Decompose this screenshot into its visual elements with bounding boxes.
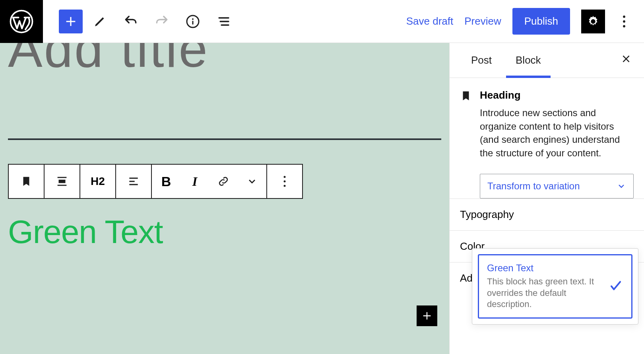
svg-point-9 — [284, 185, 286, 187]
svg-rect-6 — [59, 180, 66, 183]
settings-button[interactable] — [581, 10, 605, 33]
close-icon — [621, 54, 631, 64]
text-align-left-icon — [127, 175, 140, 188]
variation-text: Green Text This block has green text. It… — [487, 263, 602, 310]
save-draft-button[interactable]: Save draft — [406, 15, 454, 27]
add-block-button[interactable] — [59, 10, 83, 33]
block-align-button[interactable] — [45, 165, 80, 198]
block-name: Heading — [480, 89, 634, 101]
topbar-right-actions: Save draft Preview Publish — [406, 8, 644, 35]
editor-canvas[interactable]: Add title H2 B — [0, 43, 449, 354]
svg-point-2 — [192, 18, 194, 20]
list-view-button[interactable] — [210, 10, 238, 33]
variation-title: Green Text — [487, 263, 602, 274]
gear-icon — [586, 15, 600, 28]
svg-point-3 — [623, 16, 625, 18]
svg-point-8 — [284, 181, 286, 183]
title-divider — [8, 138, 441, 140]
variation-description: This block has green text. It overrides … — [487, 276, 602, 310]
check-icon — [608, 278, 623, 293]
settings-sidebar: Post Block Heading Introduce new section… — [449, 43, 644, 354]
transform-label: Transform to variation — [487, 181, 580, 192]
block-info: Heading Introduce new sections and organ… — [450, 78, 644, 163]
undo-icon — [123, 14, 138, 29]
block-type-button[interactable] — [9, 165, 44, 198]
block-toolbar: H2 B I — [8, 164, 303, 199]
link-icon — [217, 175, 230, 188]
variation-option-green-text[interactable]: Green Text This block has green text. It… — [478, 254, 632, 319]
block-more-button[interactable] — [267, 165, 302, 198]
sidebar-tabs: Post Block — [450, 43, 644, 78]
panel-typography[interactable]: Typography — [450, 198, 644, 230]
kebab-icon — [623, 15, 626, 28]
publish-button[interactable]: Publish — [512, 8, 570, 35]
undo-button[interactable] — [117, 10, 145, 33]
text-align-button[interactable] — [116, 165, 151, 198]
wordpress-icon — [10, 10, 33, 33]
plus-icon — [421, 310, 433, 321]
tab-post[interactable]: Post — [459, 43, 504, 78]
editor-main: Add title H2 B — [0, 43, 644, 354]
bookmark-icon — [460, 90, 472, 102]
more-options-button[interactable] — [616, 10, 632, 33]
svg-point-4 — [623, 20, 625, 23]
link-button[interactable] — [209, 165, 238, 198]
heading-level-button[interactable]: H2 — [80, 165, 115, 198]
edit-tool-button[interactable] — [86, 10, 114, 33]
close-sidebar-button[interactable] — [618, 51, 634, 70]
document-info-button[interactable] — [179, 10, 207, 33]
preview-button[interactable]: Preview — [464, 15, 501, 27]
variation-dropdown-popover: Green Text This block has green text. It… — [472, 248, 638, 325]
redo-icon — [154, 14, 169, 29]
insert-block-button[interactable] — [417, 305, 437, 326]
topbar-left-tools — [43, 10, 238, 33]
tab-block[interactable]: Block — [504, 43, 553, 78]
bookmark-icon — [20, 175, 32, 187]
plus-icon — [64, 15, 78, 28]
svg-point-5 — [623, 25, 625, 27]
block-type-icon-wrap — [460, 89, 472, 159]
redo-button — [148, 10, 176, 33]
transform-variation-dropdown[interactable]: Transform to variation — [480, 174, 634, 198]
wordpress-logo[interactable] — [0, 0, 43, 43]
kebab-icon — [283, 175, 286, 187]
bold-button[interactable]: B — [152, 165, 180, 198]
panel-typography-label: Typography — [460, 208, 514, 221]
list-view-icon — [217, 14, 231, 29]
align-center-icon — [55, 175, 69, 188]
block-info-text: Heading Introduce new sections and organ… — [480, 89, 634, 159]
chevron-down-icon — [617, 181, 626, 191]
svg-point-7 — [284, 176, 286, 178]
pencil-icon — [93, 14, 107, 29]
post-title-input[interactable]: Add title — [8, 43, 441, 75]
editor-topbar: Save draft Preview Publish — [0, 0, 644, 43]
variation-selected-check — [608, 278, 623, 295]
more-formatting-button[interactable] — [238, 165, 266, 198]
chevron-down-icon — [246, 176, 258, 187]
info-icon — [186, 14, 200, 29]
block-description: Introduce new sections and organize cont… — [480, 106, 634, 159]
italic-button[interactable]: I — [180, 165, 209, 198]
heading-block-content[interactable]: Green Text — [8, 213, 441, 251]
